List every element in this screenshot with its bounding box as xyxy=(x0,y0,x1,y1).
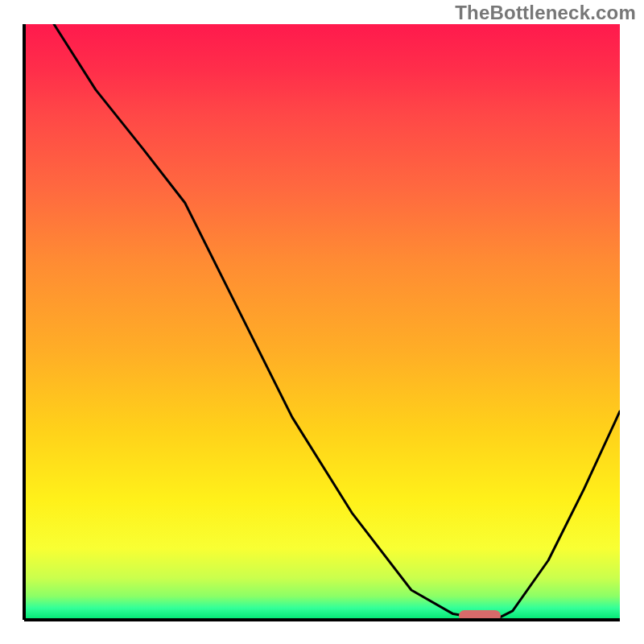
watermark-text: TheBottleneck.com xyxy=(455,2,636,24)
minimum-marker xyxy=(459,610,501,621)
chart-container: TheBottleneck.com xyxy=(0,0,644,644)
plot-background-gradient xyxy=(24,24,620,620)
